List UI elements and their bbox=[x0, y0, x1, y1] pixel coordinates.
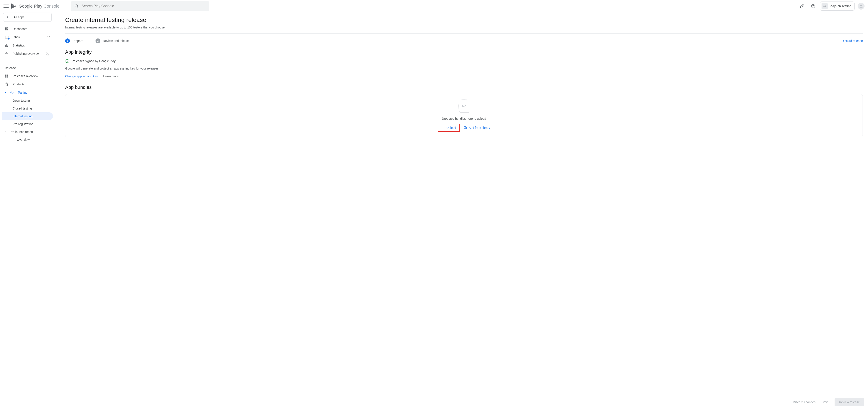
step-2-label: Review and release bbox=[103, 39, 130, 42]
library-label: Add from library bbox=[469, 126, 490, 129]
svg-line-1 bbox=[77, 7, 78, 8]
svg-rect-9 bbox=[7, 29, 8, 30]
sidebar-item-label: Pre-launch report bbox=[9, 130, 33, 134]
app-name: PlayFab Testing bbox=[830, 4, 851, 8]
sidebar-item-testing[interactable]: Testing bbox=[2, 88, 53, 97]
sidebar-item-label: Publishing overview bbox=[12, 52, 39, 55]
svg-rect-17 bbox=[5, 77, 6, 78]
sidebar-item-inbox[interactable]: Inbox 10 bbox=[2, 33, 53, 41]
library-icon bbox=[464, 126, 467, 129]
step-1-badge: 1 bbox=[65, 38, 70, 43]
sync-off-icon bbox=[45, 52, 50, 56]
sidebar-item-label: Production bbox=[12, 83, 27, 86]
sidebar-item-pre-registration[interactable]: Pre-registration bbox=[2, 120, 53, 128]
brand-name: Google Play bbox=[19, 4, 42, 8]
arrow-left-icon bbox=[6, 15, 11, 19]
bottom-bar: Discard changes Save Review release bbox=[0, 396, 868, 408]
stepper: 1 Prepare 2 Review and release bbox=[65, 38, 130, 43]
sidebar-item-label: Releases overview bbox=[12, 74, 38, 78]
sidebar-section-release: Release bbox=[2, 62, 53, 72]
menu-icon[interactable] bbox=[3, 3, 9, 9]
brand-text: Google Play Console bbox=[19, 4, 60, 9]
sidebar-item-publishing-overview[interactable]: Publishing overview bbox=[2, 50, 53, 58]
sidebar-item-label: Open testing bbox=[12, 99, 30, 102]
dropzone-text: Drop app bundles here to upload bbox=[442, 117, 486, 120]
review-release-button[interactable]: Review release bbox=[835, 398, 864, 406]
sidebar-item-pre-launch-report[interactable]: Pre-launch report bbox=[2, 128, 53, 136]
sidebar-item-label: Closed testing bbox=[12, 107, 32, 110]
inbox-icon bbox=[4, 35, 9, 39]
page-title: Create internal testing release bbox=[65, 17, 863, 24]
svg-rect-8 bbox=[7, 27, 8, 28]
sidebar-item-releases-overview[interactable]: Releases overview bbox=[2, 72, 53, 80]
topbar: Google Play Console PlayFab Testing bbox=[0, 0, 868, 12]
check-circle-icon bbox=[65, 59, 69, 63]
discard-changes-button[interactable]: Discard changes bbox=[793, 400, 815, 404]
all-apps-button[interactable]: All apps bbox=[3, 12, 52, 22]
integrity-desc: Google will generate and protect an app … bbox=[65, 67, 863, 70]
android-icon bbox=[822, 3, 828, 9]
sidebar-item-open-testing[interactable]: Open testing bbox=[2, 97, 53, 105]
svg-point-0 bbox=[75, 5, 78, 7]
section-app-integrity: App integrity bbox=[65, 49, 863, 55]
upload-label: Upload bbox=[446, 126, 456, 129]
sidebar-item-plr-overview[interactable]: Overview bbox=[2, 136, 53, 144]
production-icon bbox=[4, 82, 9, 86]
section-app-bundles: App bundles bbox=[65, 85, 863, 90]
add-from-library-button[interactable]: Add from library bbox=[464, 126, 490, 129]
search-box[interactable] bbox=[71, 1, 209, 11]
sidebar-item-label: Overview bbox=[17, 138, 30, 141]
svg-rect-16 bbox=[7, 75, 8, 76]
sidebar-item-label: Pre-registration bbox=[12, 122, 33, 126]
app-bundles-dropzone[interactable]: .AAB Drop app bundles here to upload Upl… bbox=[65, 94, 863, 137]
sidebar-item-closed-testing[interactable]: Closed testing bbox=[2, 105, 53, 112]
main-content: Create internal testing release Internal… bbox=[55, 12, 868, 408]
caret-down-icon bbox=[4, 91, 7, 94]
sidebar-item-label: Testing bbox=[18, 91, 27, 94]
sidebar-item-label: Statistics bbox=[12, 44, 25, 47]
svg-rect-15 bbox=[5, 75, 6, 76]
sidebar-item-dashboard[interactable]: Dashboard bbox=[2, 25, 53, 33]
change-signing-key-link[interactable]: Change app signing key bbox=[65, 75, 98, 78]
sidebar-item-internal-testing[interactable]: Internal testing bbox=[2, 112, 53, 120]
sidebar-item-production[interactable]: Production bbox=[2, 80, 53, 88]
inbox-count: 10 bbox=[47, 36, 50, 39]
testing-icon bbox=[9, 91, 14, 94]
svg-rect-4 bbox=[824, 6, 826, 7]
caret-down-icon bbox=[4, 131, 7, 133]
sidebar-item-label: Inbox bbox=[12, 35, 20, 39]
svg-rect-12 bbox=[5, 45, 6, 47]
learn-more-link[interactable]: Learn more bbox=[103, 75, 119, 78]
integrity-signed-text: Releases signed by Google Play bbox=[72, 59, 116, 63]
search-icon bbox=[74, 4, 79, 8]
all-apps-label: All apps bbox=[14, 16, 25, 19]
upload-icon bbox=[441, 126, 445, 129]
svg-rect-11 bbox=[5, 36, 8, 38]
svg-rect-14 bbox=[7, 46, 8, 47]
sidebar-item-statistics[interactable]: Statistics bbox=[2, 41, 53, 50]
app-selector[interactable]: PlayFab Testing bbox=[820, 2, 855, 11]
link-icon[interactable] bbox=[798, 2, 806, 10]
account-avatar[interactable] bbox=[858, 3, 865, 9]
brand[interactable]: Google Play Console bbox=[11, 3, 60, 9]
step-1-label: Prepare bbox=[72, 39, 83, 42]
dashboard-icon bbox=[4, 27, 9, 31]
discard-release-link[interactable]: Discard release bbox=[842, 39, 863, 42]
aab-file-icon: .AAB bbox=[458, 99, 470, 113]
svg-point-18 bbox=[7, 77, 8, 78]
search-input[interactable] bbox=[82, 4, 206, 8]
aab-ext: .AAB bbox=[461, 105, 466, 108]
sidebar: All apps Dashboard Inbox 10 bbox=[0, 12, 55, 408]
sidebar-item-label: Internal testing bbox=[12, 115, 33, 118]
svg-point-20 bbox=[66, 60, 69, 63]
play-logo-icon bbox=[11, 3, 17, 9]
brand-suffix: Console bbox=[44, 4, 60, 8]
help-icon[interactable] bbox=[809, 2, 817, 10]
step-2-badge: 2 bbox=[96, 38, 100, 43]
publishing-icon bbox=[4, 52, 9, 56]
upload-button[interactable]: Upload bbox=[438, 124, 459, 132]
save-button[interactable]: Save bbox=[822, 400, 829, 404]
svg-point-5 bbox=[860, 5, 862, 6]
svg-rect-7 bbox=[5, 27, 6, 29]
page-subtitle: Internal testing releases are available … bbox=[65, 26, 863, 29]
